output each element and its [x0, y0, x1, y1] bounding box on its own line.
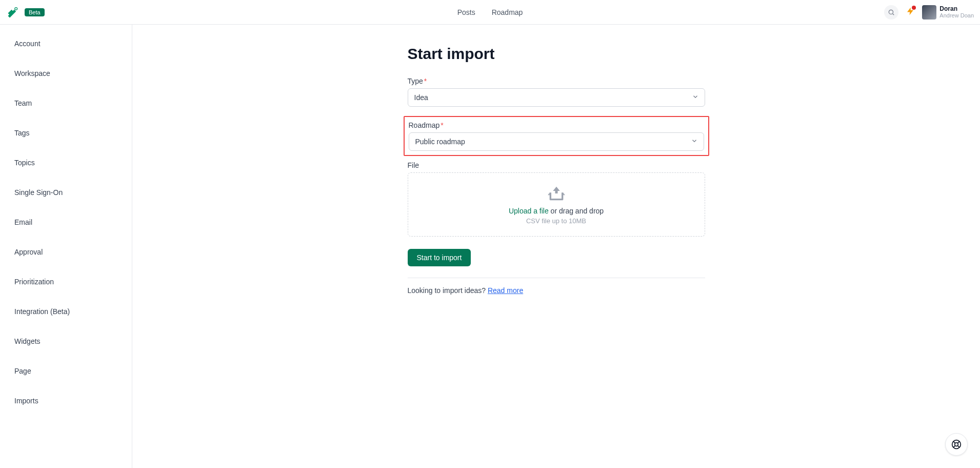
sidebar-item-page[interactable]: Page: [0, 361, 132, 381]
sidebar-item-sso[interactable]: Single Sign-On: [0, 183, 132, 202]
file-text: Upload a file or drag and drop: [419, 207, 693, 215]
main: Start import Type* Idea Roadmap* Public: [132, 25, 980, 468]
sidebar-item-imports[interactable]: Imports: [0, 391, 132, 411]
page-title: Start import: [408, 45, 705, 63]
user-menu[interactable]: Doran Andrew Doan: [922, 5, 974, 20]
sidebar: Account Workspace Team Tags Topics Singl…: [0, 25, 132, 468]
header-left: Beta: [6, 5, 45, 20]
beta-badge: Beta: [25, 8, 45, 16]
svg-line-8: [957, 445, 959, 447]
header: Beta Posts Roadmap Doran Andrew Doan: [0, 0, 980, 25]
roadmap-select-wrapper: Public roadmap: [409, 132, 704, 151]
roadmap-label: Roadmap*: [409, 121, 704, 129]
sidebar-item-integration[interactable]: Integration (Beta): [0, 302, 132, 321]
divider: [408, 278, 705, 278]
notifications-button[interactable]: [906, 7, 915, 17]
logo-icon: [6, 5, 21, 20]
user-fullname: Andrew Doan: [939, 12, 974, 19]
required-mark: *: [441, 121, 443, 129]
file-hint: CSV file up to 10MB: [419, 217, 693, 225]
sidebar-item-email[interactable]: Email: [0, 212, 132, 232]
svg-line-4: [893, 13, 894, 15]
file-label: File: [408, 161, 705, 169]
read-more-link[interactable]: Read more: [488, 286, 523, 295]
drag-text: or drag and drop: [549, 207, 604, 215]
content: Start import Type* Idea Roadmap* Public: [408, 45, 705, 447]
avatar: [922, 5, 936, 20]
field-type: Type* Idea: [408, 77, 705, 107]
lifebuoy-icon: [951, 439, 962, 450]
file-dropzone[interactable]: Upload a file or drag and drop CSV file …: [408, 172, 705, 237]
sidebar-item-workspace[interactable]: Workspace: [0, 64, 132, 83]
field-file: File Upload a file or drag and drop CSV: [408, 161, 705, 237]
layout: Account Workspace Team Tags Topics Singl…: [0, 25, 980, 468]
type-label: Type*: [408, 77, 705, 85]
header-nav: Posts Roadmap: [457, 8, 523, 16]
upload-icon: [419, 184, 693, 203]
sidebar-item-team[interactable]: Team: [0, 93, 132, 113]
user-text: Doran Andrew Doan: [939, 5, 974, 20]
svg-line-7: [953, 441, 955, 443]
notification-dot: [912, 6, 916, 10]
nav-roadmap[interactable]: Roadmap: [492, 8, 523, 16]
type-select[interactable]: Idea: [408, 88, 705, 107]
type-select-wrapper: Idea: [408, 88, 705, 107]
header-right: Doran Andrew Doan: [884, 5, 974, 20]
svg-point-2: [15, 8, 17, 10]
logo[interactable]: [6, 5, 21, 20]
svg-line-9: [957, 441, 959, 443]
user-name: Doran: [939, 5, 974, 12]
search-icon: [888, 9, 895, 16]
sidebar-item-account[interactable]: Account: [0, 34, 132, 53]
svg-line-10: [953, 445, 955, 447]
nav-posts[interactable]: Posts: [457, 8, 475, 16]
sidebar-item-widgets[interactable]: Widgets: [0, 332, 132, 351]
sidebar-item-topics[interactable]: Topics: [0, 153, 132, 172]
help-text: Looking to import ideas? Read more: [408, 286, 705, 295]
upload-link[interactable]: Upload a file: [509, 207, 549, 215]
svg-point-3: [889, 10, 893, 14]
field-roadmap: Roadmap* Public roadmap: [404, 116, 709, 156]
roadmap-select[interactable]: Public roadmap: [409, 132, 704, 151]
sidebar-item-prioritization[interactable]: Prioritization: [0, 272, 132, 291]
svg-point-6: [955, 443, 958, 446]
search-button[interactable]: [884, 5, 898, 20]
sidebar-item-tags[interactable]: Tags: [0, 123, 132, 143]
help-fab[interactable]: [945, 433, 968, 456]
sidebar-item-approval[interactable]: Approval: [0, 242, 132, 262]
required-mark: *: [424, 77, 427, 85]
start-import-button[interactable]: Start to import: [408, 249, 471, 266]
